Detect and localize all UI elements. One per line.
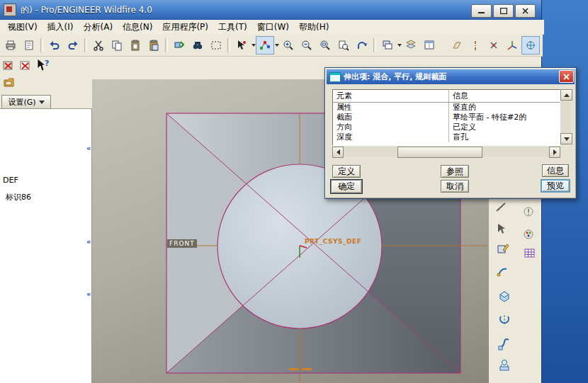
info-button[interactable]: 信息	[542, 164, 569, 177]
table-horizontal-scrollbar[interactable]	[332, 147, 560, 156]
scrollbar-thumb[interactable]	[397, 147, 482, 158]
chevron-down-icon	[39, 101, 45, 104]
datum-plane-toggle-icon[interactable]	[448, 36, 466, 55]
table-row-attributes[interactable]: 属性 竖直的	[333, 103, 560, 113]
extrude-tool-icon[interactable]	[496, 287, 513, 304]
panel-collapse-icon[interactable]: «	[86, 239, 91, 245]
menu-help[interactable]: 帮助(H)	[294, 20, 334, 35]
saved-views-icon[interactable]	[378, 36, 397, 55]
menu-insert[interactable]: 插入(I)	[43, 20, 79, 35]
measure-icon[interactable]	[493, 199, 510, 216]
dialog-close-button[interactable]	[559, 70, 574, 83]
plot-icon[interactable]	[20, 36, 38, 55]
close-button[interactable]	[515, 4, 536, 18]
refit-icon[interactable]	[316, 36, 334, 55]
table-row-section[interactable]: 截面 草绘平面 - 特征#2的	[333, 113, 560, 122]
select-arrow-icon[interactable]	[493, 220, 510, 237]
cancel-button[interactable]: 取消	[441, 180, 469, 193]
find-icon[interactable]	[188, 36, 207, 55]
dialog-icon	[329, 72, 341, 82]
cut-icon[interactable]	[89, 36, 108, 55]
sketch-tool-icon[interactable]	[494, 241, 511, 258]
csys-tag[interactable]: PRT_CSYS_DEF	[305, 238, 361, 245]
front-datum-tag[interactable]: FRONT	[167, 239, 197, 248]
menu-analysis[interactable]: 分析(A)	[78, 20, 118, 35]
menu-window[interactable]: 窗口(W)	[252, 20, 294, 35]
column-header-info: 信息	[448, 90, 560, 102]
redo-icon[interactable]	[64, 36, 82, 55]
scroll-left-icon[interactable]	[332, 147, 344, 158]
references-button[interactable]: 参照	[441, 165, 469, 178]
row-info: 盲孔	[448, 132, 560, 142]
reorient-icon[interactable]	[353, 36, 371, 55]
tree-item-feature[interactable]: 标识86	[6, 192, 31, 202]
table-row-direction[interactable]: 方向 已定义	[333, 122, 560, 132]
snap-mode-icon[interactable]	[256, 36, 274, 55]
close-view-icon[interactable]	[1, 58, 16, 74]
help-cursor-icon: ?	[35, 58, 51, 74]
panel-collapse-icon[interactable]: «	[86, 292, 91, 297]
view-manager-icon[interactable]	[420, 36, 439, 55]
toolbar-separator	[165, 38, 168, 52]
title-bar[interactable]: 的) - Pro/ENGINEER Wildfire 4.0	[0, 0, 541, 20]
zoom-out-icon[interactable]	[298, 36, 316, 55]
ok-button[interactable]: 确定	[331, 180, 362, 193]
toolbar-separator	[84, 38, 87, 52]
folder-tab-icon[interactable]	[1, 75, 17, 91]
selection-filter-icon[interactable]	[232, 36, 251, 55]
settings-label: 设置(G)	[8, 97, 35, 108]
preview-button[interactable]: 预览	[541, 179, 570, 193]
regenerate-icon[interactable]	[170, 36, 188, 55]
table-vertical-scrollbar[interactable]	[560, 89, 571, 144]
dialog-title: 伸出项: 混合, 平行, 规则截面	[344, 72, 446, 82]
close-window-icon[interactable]	[18, 58, 33, 74]
datum-axis-toggle-icon[interactable]	[466, 36, 485, 55]
blend-tool-icon[interactable]	[496, 357, 513, 374]
paste-icon[interactable]	[126, 36, 145, 55]
style-tool-icon[interactable]	[494, 263, 511, 280]
settings-dropdown[interactable]: 设置(G)	[1, 95, 51, 109]
row-element: 属性	[333, 103, 448, 113]
zoom-in-icon[interactable]	[279, 36, 298, 55]
grid-icon[interactable]	[521, 245, 538, 262]
palette-icon[interactable]	[520, 226, 537, 243]
undo-icon[interactable]	[45, 36, 64, 55]
toolbar-separator	[40, 38, 43, 52]
table-row-depth[interactable]: 深度 盲孔	[333, 132, 560, 142]
print-icon[interactable]	[1, 36, 20, 55]
section-marker	[289, 368, 312, 370]
scroll-up-icon[interactable]	[560, 89, 572, 101]
menu-info[interactable]: 信息(N)	[118, 20, 157, 35]
revolve-tool-icon[interactable]	[496, 311, 513, 328]
menu-view[interactable]: 视图(V)	[3, 20, 43, 35]
menu-applications[interactable]: 应用程序(P)	[157, 20, 213, 35]
layers-icon[interactable]	[402, 36, 420, 55]
protrusion-dialog: 伸出项: 混合, 平行, 规则截面 元素 信息 属性 竖直的 截面 草绘平面 -…	[324, 67, 577, 199]
copy-icon[interactable]	[108, 36, 126, 55]
select-box-icon[interactable]	[207, 36, 225, 55]
annotate-icon[interactable]	[520, 203, 537, 220]
model-tree-panel: DEF 标识86	[0, 108, 92, 383]
scroll-right-icon[interactable]	[549, 147, 560, 158]
datum-csys-toggle-icon[interactable]	[503, 36, 521, 55]
row-element: 方向	[333, 122, 448, 132]
minimize-button[interactable]	[471, 4, 492, 18]
row-element: 截面	[333, 113, 448, 122]
spin-center-toggle-icon[interactable]	[521, 36, 540, 55]
scroll-down-icon[interactable]	[560, 133, 572, 144]
toolbar-separator	[227, 38, 230, 52]
zoom-page-icon[interactable]	[334, 36, 353, 55]
app-icon	[4, 4, 16, 16]
sweep-tool-icon[interactable]	[496, 336, 513, 353]
row-info: 已定义	[448, 122, 560, 132]
row-info: 竖直的	[448, 103, 560, 113]
dialog-title-bar[interactable]: 伸出项: 混合, 平行, 规则截面	[327, 69, 575, 84]
datum-point-toggle-icon[interactable]	[485, 36, 503, 55]
maximize-button[interactable]	[493, 4, 514, 18]
paste-special-icon[interactable]	[145, 36, 163, 55]
column-header-element: 元素	[333, 90, 448, 102]
tree-item-csys[interactable]: DEF	[3, 176, 18, 185]
menu-tools[interactable]: 工具(T)	[213, 20, 252, 35]
define-button[interactable]: 定义	[332, 165, 361, 178]
panel-collapse-icon[interactable]: «	[86, 146, 91, 152]
